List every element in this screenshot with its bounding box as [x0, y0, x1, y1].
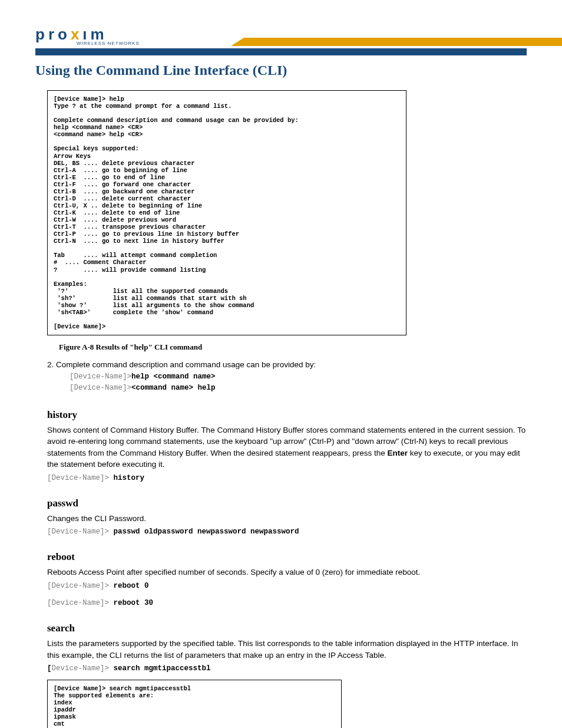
page-header: proxım WIRELESS NETWORKS: [35, 18, 527, 55]
code-passwd: [Device-Name]> passwd oldpassword newpas…: [47, 528, 527, 536]
page-content: [Device Name]> help Type ? at the comman…: [47, 90, 527, 728]
terminal-output-help: [Device Name]> help Type ? at the comman…: [47, 90, 406, 335]
page-title: Using the Command Line Interface (CLI): [35, 62, 527, 78]
para-passwd: Changes the CLI Password.: [47, 513, 527, 525]
header-divider: [35, 48, 527, 55]
heading-reboot: reboot: [47, 551, 527, 563]
code-help-cmd-1: [Device-Name]>help <command name>: [70, 371, 527, 383]
heading-passwd: passwd: [47, 498, 527, 509]
heading-search: search: [47, 622, 527, 634]
code-help-cmd-2: [Device-Name]><command name> help: [70, 383, 527, 394]
para-reboot: Reboots Access Point after specified num…: [47, 566, 527, 578]
step-2-text: 2. Complete command description and comm…: [47, 360, 527, 369]
para-history: Shows content of Command History Buffer.…: [47, 424, 527, 470]
heading-history: history: [47, 409, 527, 421]
code-reboot-30: [Device-Name]> reboot 30: [47, 599, 527, 607]
figure-caption-a8: Figure A-8 Results of "help" CLI command: [59, 342, 527, 352]
code-reboot-0: [Device-Name]> reboot 0: [47, 582, 527, 590]
para-search: Lists the parameters supported by the sp…: [47, 638, 527, 661]
code-search: [Device-Name]> search mgmtipaccesstbl: [47, 664, 527, 673]
brand-logo: proxım: [35, 27, 140, 42]
header-accent-stripe: [244, 38, 562, 46]
terminal-output-search: [Device Name]> search mgmtipaccesstbl Th…: [47, 680, 342, 728]
brand-tagline: WIRELESS NETWORKS: [77, 41, 140, 46]
code-history: [Device-Name]> history: [47, 474, 527, 482]
